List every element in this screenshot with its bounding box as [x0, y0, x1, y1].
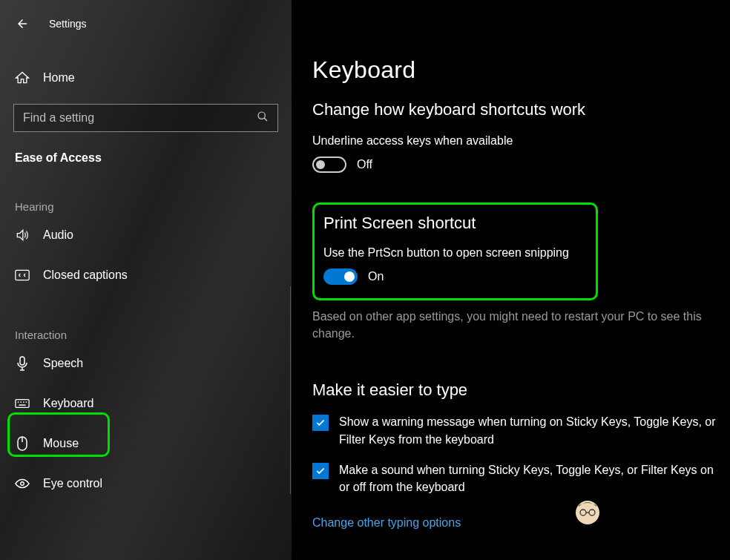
search-input[interactable]	[23, 111, 231, 125]
svg-point-5	[18, 401, 19, 403]
underline-access-keys-toggle[interactable]	[312, 157, 346, 173]
search-box[interactable]	[13, 104, 278, 132]
page-title: Keyboard	[312, 56, 718, 84]
scrollbar-edge	[290, 286, 291, 494]
mouse-icon	[15, 436, 30, 451]
make-sound-label: Make a sound when turning Sticky Keys, T…	[339, 461, 717, 495]
nav-label: Mouse	[43, 437, 79, 450]
sidebar: Settings Home Ease of Access Hearing Aud…	[0, 0, 292, 560]
category-interaction: Interaction	[0, 329, 292, 341]
svg-rect-9	[19, 404, 25, 405]
shortcuts-heading: Change how keyboard shortcuts work	[312, 100, 718, 119]
nav-item-mouse[interactable]: Mouse	[0, 426, 292, 461]
nav-label: Speech	[43, 357, 83, 370]
restart-hint: Based on other app settings, you might n…	[312, 308, 713, 342]
home-icon	[15, 70, 30, 85]
svg-rect-3	[20, 357, 24, 365]
keyboard-icon	[15, 396, 30, 411]
audio-icon	[15, 228, 30, 243]
nav-label: Closed captions	[43, 269, 128, 282]
warning-message-checkbox[interactable]	[312, 415, 329, 431]
warning-message-label: Show a warning message when turning on S…	[339, 413, 717, 447]
make-sound-checkbox[interactable]	[312, 463, 329, 479]
svg-point-0	[258, 112, 265, 119]
back-button[interactable]	[15, 16, 30, 31]
toggle-state-on: On	[368, 270, 384, 283]
category-hearing: Hearing	[0, 200, 292, 213]
underline-access-keys-label: Underline access keys when available	[312, 134, 718, 148]
change-typing-options-link[interactable]: Change other typing options	[312, 516, 461, 530]
section-ease-of-access: Ease of Access	[0, 151, 292, 165]
microphone-icon	[15, 356, 30, 371]
nav-label: Eye control	[43, 477, 102, 490]
easier-to-type-heading: Make it easier to type	[312, 381, 718, 400]
toggle-state-off: Off	[357, 158, 372, 171]
print-screen-desc: Use the PrtScn button to open screen sni…	[323, 246, 587, 260]
nav-item-keyboard[interactable]: Keyboard	[0, 386, 292, 421]
home-button[interactable]: Home	[0, 64, 292, 92]
svg-rect-4	[16, 400, 29, 408]
home-label: Home	[43, 71, 75, 85]
print-screen-toggle[interactable]	[323, 269, 358, 285]
svg-point-6	[20, 401, 22, 403]
nav-item-speech[interactable]: Speech	[0, 346, 292, 381]
search-icon	[257, 111, 269, 125]
svg-point-8	[26, 401, 27, 403]
nav-label: Keyboard	[43, 397, 94, 410]
print-screen-heading: Print Screen shortcut	[323, 214, 587, 233]
window-title: Settings	[49, 18, 87, 30]
nav-item-eye-control[interactable]: Eye control	[0, 466, 292, 501]
svg-point-7	[23, 401, 24, 403]
svg-point-12	[21, 482, 24, 486]
avatar-watermark	[571, 496, 604, 529]
nav-item-closed-captions[interactable]: Closed captions	[0, 257, 292, 293]
main-content: Keyboard Change how keyboard shortcuts w…	[292, 0, 730, 560]
print-screen-highlight-annotation: Print Screen shortcut Use the PrtScn but…	[312, 202, 598, 300]
nav-item-audio[interactable]: Audio	[0, 217, 292, 253]
closed-captions-icon	[15, 268, 30, 283]
svg-rect-2	[16, 270, 29, 280]
svg-line-1	[264, 118, 267, 121]
nav-label: Audio	[43, 228, 73, 242]
eye-icon	[15, 476, 30, 491]
